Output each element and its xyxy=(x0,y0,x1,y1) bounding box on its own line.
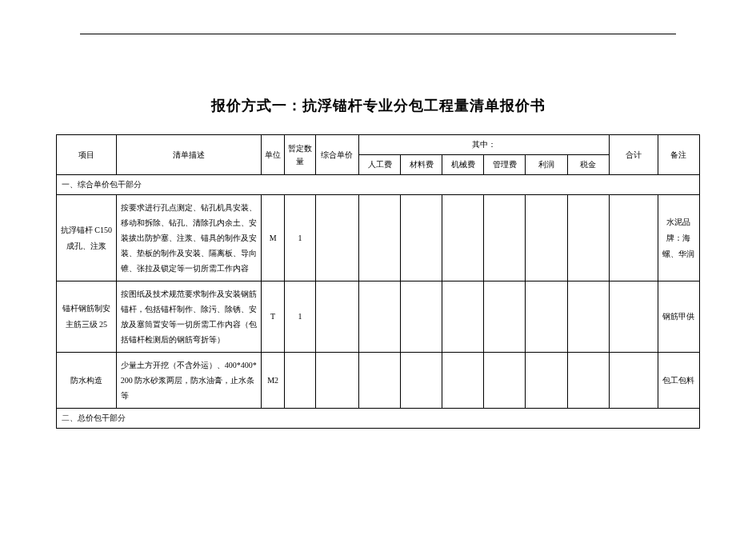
cell-qty: 1 xyxy=(285,195,315,281)
cell-tax xyxy=(567,195,609,281)
cell-total xyxy=(609,353,658,409)
cell-price xyxy=(315,353,358,409)
header-remark: 备注 xyxy=(658,135,699,175)
cell-profit xyxy=(526,195,567,281)
header-labor: 人工费 xyxy=(359,155,401,175)
header-manage: 管理费 xyxy=(484,155,526,175)
cell-total xyxy=(609,281,658,353)
header-machine: 机械费 xyxy=(442,155,484,175)
cell-labor xyxy=(359,281,401,353)
page: 报价方式一：抗浮锚杆专业分包工程量清单报价书 项目 清单描述 单位 暂定数量 综… xyxy=(0,0,756,461)
cell-desc: 按图纸及技术规范要求制作及安装钢筋锚杆，包括锚杆制作、除污、除锈、安放及塞筒置安… xyxy=(116,281,261,353)
cell-unit: M2 xyxy=(261,353,284,409)
header-breakdown: 其中： xyxy=(359,135,610,155)
cell-tax xyxy=(567,353,609,409)
cell-profit xyxy=(526,353,567,409)
header-material: 材料费 xyxy=(401,155,442,175)
cell-project: 抗浮锚杆 C150 成孔、注浆 xyxy=(57,195,117,281)
cell-material xyxy=(401,281,442,353)
cell-unit: T xyxy=(261,281,284,353)
cell-project: 锚杆钢筋制安主筋三级 25 xyxy=(57,281,117,353)
section-2-row: 二、总价包干部分 xyxy=(57,409,700,429)
document-title: 报价方式一：抗浮锚杆专业分包工程量清单报价书 xyxy=(56,96,700,115)
cell-manage xyxy=(484,353,526,409)
section-1-row: 一、综合单价包干部分 xyxy=(57,175,700,195)
cell-labor xyxy=(359,353,401,409)
cell-tax xyxy=(567,281,609,353)
header-total: 合计 xyxy=(609,135,658,175)
cell-project: 防水构造 xyxy=(57,353,117,409)
cell-qty xyxy=(285,353,315,409)
cell-total xyxy=(609,195,658,281)
cell-remark: 包工包料 xyxy=(658,353,699,409)
header-tax: 税金 xyxy=(567,155,609,175)
cell-manage xyxy=(484,281,526,353)
header-project: 项目 xyxy=(57,135,117,175)
cell-machine xyxy=(442,281,484,353)
cell-price xyxy=(315,281,358,353)
cell-remark: 水泥品牌：海螺、华润 xyxy=(658,195,699,281)
header-qty: 暂定数量 xyxy=(285,135,315,175)
cell-profit xyxy=(526,281,567,353)
table-body: 一、综合单价包干部分 抗浮锚杆 C150 成孔、注浆 按要求进行孔点测定、钻孔机… xyxy=(57,175,700,429)
cell-material xyxy=(401,195,442,281)
cell-manage xyxy=(484,195,526,281)
cell-unit: M xyxy=(261,195,284,281)
cell-remark: 钢筋甲供 xyxy=(658,281,699,353)
header-profit: 利润 xyxy=(526,155,567,175)
cell-labor xyxy=(359,195,401,281)
header-desc: 清单描述 xyxy=(116,135,261,175)
quote-table: 项目 清单描述 单位 暂定数量 综合单价 其中： 合计 备注 人工费 材料费 机… xyxy=(56,134,700,429)
cell-material xyxy=(401,353,442,409)
section-1-label: 一、综合单价包干部分 xyxy=(57,175,700,195)
table-header: 项目 清单描述 单位 暂定数量 综合单价 其中： 合计 备注 人工费 材料费 机… xyxy=(57,135,700,175)
table-row: 锚杆钢筋制安主筋三级 25 按图纸及技术规范要求制作及安装钢筋锚杆，包括锚杆制作… xyxy=(57,281,700,353)
cell-machine xyxy=(442,353,484,409)
cell-desc: 按要求进行孔点测定、钻孔机具安装、移动和拆除、钻孔、清除孔内余土、安装拔出防护塞… xyxy=(116,195,261,281)
cell-price xyxy=(315,195,358,281)
header-unit: 单位 xyxy=(261,135,284,175)
section-2-label: 二、总价包干部分 xyxy=(57,409,700,429)
cell-desc: 少量土方开挖（不含外运）、400*400*200 防水砂浆两层，防水油膏，止水条… xyxy=(116,353,261,409)
table-row: 抗浮锚杆 C150 成孔、注浆 按要求进行孔点测定、钻孔机具安装、移动和拆除、钻… xyxy=(57,195,700,281)
cell-machine xyxy=(442,195,484,281)
cell-qty: 1 xyxy=(285,281,315,353)
top-horizontal-rule xyxy=(80,34,676,34)
table-row: 防水构造 少量土方开挖（不含外运）、400*400*200 防水砂浆两层，防水油… xyxy=(57,353,700,409)
header-price: 综合单价 xyxy=(315,135,358,175)
